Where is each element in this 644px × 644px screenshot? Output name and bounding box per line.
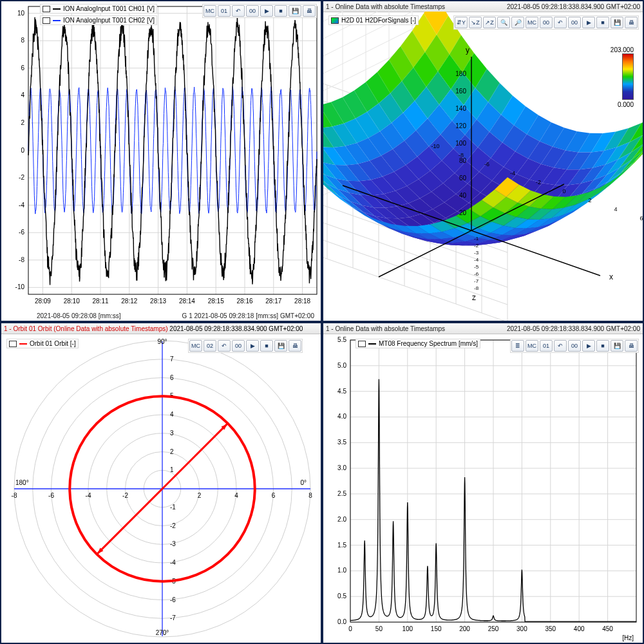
num-button[interactable]: 01 (540, 340, 553, 352)
print-button[interactable]: 🖶 (289, 340, 301, 352)
play-button[interactable]: ▶ (582, 340, 595, 352)
zoom-out-button[interactable]: 🔎 (511, 17, 524, 28)
colorbar: 203.000 0.000 (604, 46, 634, 108)
stop-button[interactable]: ■ (596, 17, 609, 28)
axis-yz-button[interactable]: ↗Z (483, 17, 496, 28)
time-signal-plot: -10-8-6-4-2024681028:0928:1028:1128:1228… (1, 1, 321, 321)
svg-text:2: 2 (170, 448, 174, 455)
svg-text:90°: 90° (157, 338, 167, 345)
print-button[interactable]: 🖶 (625, 340, 638, 352)
svg-text:1.0: 1.0 (337, 567, 346, 574)
line-sample-icon (53, 8, 61, 10)
stop-button[interactable]: ■ (274, 5, 287, 17)
svg-text:60: 60 (459, 175, 467, 182)
svg-text:-2: -2 (122, 492, 128, 499)
toolbar-3d: ⇵Y ↘Z ↗Z 🔍 🔎 MC 00 ↶ 00 ▶ ■ 💾 🖶 (453, 15, 639, 30)
svg-text:-1: -1 (170, 504, 176, 511)
svg-text:5.0: 5.0 (337, 362, 346, 369)
num-button[interactable]: 01 (218, 5, 231, 17)
svg-text:y: y (466, 46, 469, 55)
play-button[interactable]: ▶ (582, 17, 595, 28)
reset-button[interactable]: 00 (232, 340, 245, 352)
svg-text:-6: -6 (474, 271, 479, 277)
legend-ch2: ION AnalogInput T001 CH02 [V] (40, 15, 157, 25)
svg-text:180°: 180° (15, 479, 29, 486)
legend-ch1-label: ION AnalogInput T001 CH01 [V] (63, 5, 155, 12)
save-button[interactable]: 💾 (289, 5, 301, 17)
line-sample-icon (53, 20, 61, 21)
undo-button[interactable]: ↶ (218, 340, 231, 352)
undo-button[interactable]: ↶ (554, 340, 567, 352)
print-button[interactable]: 🖶 (303, 5, 316, 17)
toolbar-orbit: MC 02 ↶ 00 ▶ ■ 💾 🖶 (188, 339, 303, 353)
save-button[interactable]: 💾 (611, 340, 623, 352)
svg-text:6: 6 (170, 374, 174, 381)
num-button[interactable]: 02 (204, 340, 216, 352)
titlebar-3d: 1 - Online Data with absolute Timestamps… (323, 1, 643, 12)
save-button[interactable]: 💾 (274, 340, 287, 352)
save-button[interactable]: 💾 (611, 17, 623, 28)
axis-xy-button[interactable]: ⇵Y (455, 17, 468, 28)
mc-button[interactable]: MC (526, 340, 538, 352)
play-button[interactable]: ▶ (260, 5, 273, 17)
svg-text:28:18: 28:18 (294, 298, 310, 305)
svg-text:0°: 0° (300, 479, 307, 486)
svg-text:[Hz]: [Hz] (622, 634, 634, 641)
svg-text:20: 20 (459, 209, 467, 216)
legend-ch1: ION AnalogInput T001 CH01 [V] (40, 4, 157, 14)
svg-text:2.5: 2.5 (337, 490, 346, 497)
svg-text:-2: -2 (19, 174, 24, 181)
svg-text:28:13: 28:13 (150, 298, 166, 305)
svg-text:350: 350 (545, 625, 556, 632)
reset-button[interactable]: 00 (568, 17, 581, 28)
svg-text:-2: -2 (170, 522, 176, 529)
zoom-in-button[interactable]: 🔍 (497, 17, 510, 28)
svg-text:1.5: 1.5 (337, 542, 346, 549)
svg-text:-7: -7 (170, 614, 176, 621)
num-button[interactable]: 00 (540, 17, 553, 28)
swatch-icon (331, 17, 339, 24)
svg-text:450: 450 (602, 625, 613, 632)
svg-text:0: 0 (21, 147, 24, 154)
colorbar-max: 203.000 (604, 46, 634, 53)
svg-text:100: 100 (455, 140, 466, 147)
svg-text:250: 250 (488, 625, 499, 632)
undo-button[interactable]: ↶ (232, 5, 245, 17)
svg-text:-10: -10 (431, 143, 439, 149)
svg-text:28:11: 28:11 (92, 298, 108, 305)
svg-text:1: 1 (170, 466, 174, 473)
reset-button[interactable]: 00 (568, 340, 581, 352)
mc-button[interactable]: MC (526, 17, 538, 28)
svg-text:140: 140 (455, 105, 466, 112)
legend-orbit: Orbit 01 Orbit [-] (6, 339, 79, 348)
svg-text:28:10: 28:10 (64, 298, 80, 305)
toolbar-spectrum: ≣ MC 01 ↶ 00 ▶ ■ 💾 🖶 (510, 339, 639, 353)
svg-text:-6: -6 (484, 161, 489, 167)
reset-button[interactable]: 00 (246, 5, 259, 17)
mc-button[interactable]: MC (189, 340, 202, 352)
svg-text:28:15: 28:15 (208, 298, 224, 305)
svg-text:-5: -5 (474, 264, 479, 270)
svg-text:0.0: 0.0 (337, 618, 346, 625)
footer-right: G 1 2021-08-05 09:28:18 [mm:ss] GMT+02:0… (182, 312, 314, 319)
print-button[interactable]: 🖶 (625, 17, 638, 28)
stop-button[interactable]: ■ (596, 340, 609, 352)
svg-text:-6: -6 (48, 492, 54, 499)
surface-3d-plot: 20406080100120140160180-10-8-6-4-2024681… (323, 12, 643, 321)
svg-text:28:09: 28:09 (35, 298, 51, 305)
svg-text:28:12: 28:12 (121, 298, 137, 305)
harmonics-button[interactable]: ≣ (511, 340, 524, 352)
title-left: 1 - Online Data with absolute Timestamps (326, 3, 445, 10)
undo-button[interactable]: ↶ (554, 17, 567, 28)
stop-button[interactable]: ■ (260, 340, 273, 352)
legend-3d: H2D 01 H2DForSignals [-] (328, 15, 419, 25)
svg-text:4: 4 (234, 492, 238, 499)
svg-text:6: 6 (639, 215, 643, 222)
svg-text:4: 4 (614, 206, 617, 213)
axis-xz-button[interactable]: ↘Z (469, 17, 482, 28)
spectrum-plot: 0.00.51.01.52.02.53.03.54.04.55.05.50501… (323, 334, 643, 643)
play-button[interactable]: ▶ (246, 340, 259, 352)
line-sample-icon (368, 343, 376, 345)
mc-button[interactable]: MC (204, 5, 216, 17)
panel-3d-surface: 1 - Online Data with absolute Timestamps… (322, 0, 644, 322)
